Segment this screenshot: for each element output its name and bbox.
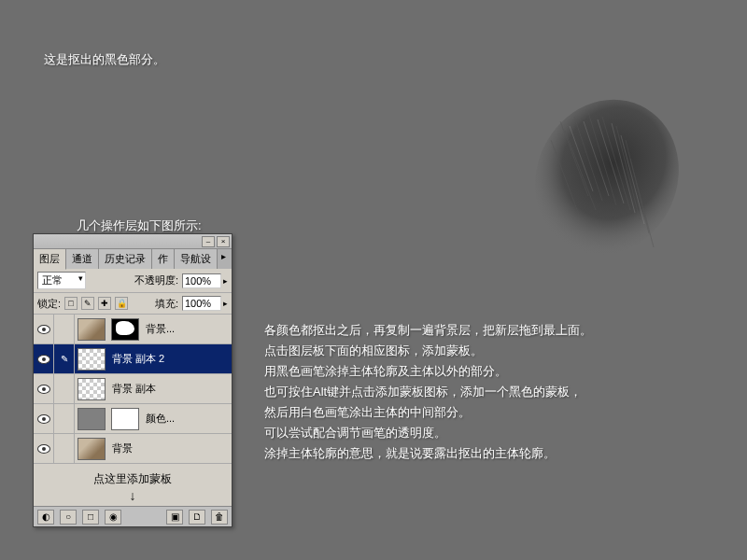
- eye-icon: [37, 385, 50, 394]
- link-col[interactable]: [54, 374, 75, 403]
- layer-row[interactable]: 背景...: [34, 315, 232, 344]
- layer-name[interactable]: 背景: [112, 441, 133, 455]
- panel-footer: ◐ ○ □ ◉ ▣ 🗋 🗑: [34, 506, 232, 526]
- close-button[interactable]: ×: [217, 236, 230, 247]
- instructions-text: 各颜色都抠出之后，再复制一遍背景层，把新层拖到最上面。 点击图层板下面的相应图标…: [264, 320, 592, 464]
- fx-button[interactable]: ◐: [37, 510, 54, 525]
- lock-transparency-icon[interactable]: □: [64, 297, 78, 310]
- visibility-toggle[interactable]: [34, 315, 54, 343]
- tab-channels[interactable]: 通道: [66, 249, 99, 269]
- layers-panel: – × 图层 通道 历史记录 作 导航设 ▸ 正常 不透明度: 100% ▸ 锁…: [33, 233, 233, 527]
- eye-icon: [37, 444, 50, 454]
- layer-name[interactable]: 颜色...: [146, 412, 175, 426]
- delete-layer-button[interactable]: 🗑: [211, 510, 228, 525]
- tab-history[interactable]: 历史记录: [99, 249, 152, 269]
- layer-set-button[interactable]: □: [82, 510, 99, 525]
- panel-label: 几个操作层如下图所示:: [77, 217, 202, 234]
- lock-all-icon[interactable]: 🔒: [115, 297, 128, 310]
- panel-titlebar[interactable]: – ×: [34, 234, 232, 249]
- opacity-arrow-icon[interactable]: ▸: [223, 276, 228, 286]
- mask-hint-text: 点这里添加蒙板: [34, 464, 232, 489]
- mask-thumbnail[interactable]: [111, 318, 139, 341]
- layers-list: 背景... ✎ 背景 副本 2 背景 副本 颜色... 背景: [34, 315, 232, 464]
- link-col[interactable]: ✎: [54, 344, 75, 373]
- opacity-input[interactable]: 100%: [182, 273, 221, 288]
- layer-row[interactable]: ✎ 背景 副本 2: [34, 344, 232, 374]
- layer-thumbnail[interactable]: [78, 378, 106, 400]
- layer-name[interactable]: 背景 副本: [112, 382, 156, 396]
- layer-row[interactable]: 背景 副本: [34, 374, 232, 404]
- layer-row[interactable]: 背景: [34, 434, 232, 464]
- new-layer-button[interactable]: 🗋: [189, 510, 205, 525]
- link-col[interactable]: [54, 434, 75, 463]
- top-description: 这是抠出的黑色部分。: [44, 51, 165, 68]
- panel-tabs: 图层 通道 历史记录 作 导航设: [34, 249, 232, 269]
- lock-label: 锁定:: [37, 297, 61, 311]
- link-col[interactable]: [54, 404, 75, 433]
- mask-thumbnail[interactable]: [111, 408, 139, 430]
- fur-brush-stroke: [523, 93, 691, 280]
- visibility-toggle[interactable]: [34, 404, 54, 433]
- folder-button[interactable]: ▣: [166, 510, 183, 525]
- eye-icon: [37, 355, 50, 364]
- link-col[interactable]: [54, 315, 75, 343]
- opacity-label: 不透明度:: [134, 273, 178, 287]
- layer-row[interactable]: 颜色...: [34, 404, 232, 434]
- blend-opacity-row: 正常 不透明度: 100% ▸: [34, 269, 232, 293]
- layer-name[interactable]: 背景 副本 2: [112, 352, 164, 366]
- tab-actions[interactable]: 作: [152, 249, 175, 269]
- blend-mode-dropdown[interactable]: 正常: [37, 272, 86, 289]
- lock-position-icon[interactable]: ✚: [98, 297, 111, 310]
- eye-icon: [37, 414, 50, 424]
- panel-menu-button[interactable]: ▸: [217, 251, 230, 264]
- visibility-toggle[interactable]: [34, 344, 54, 373]
- layer-thumbnail[interactable]: [78, 408, 106, 430]
- svg-point-0: [523, 93, 691, 279]
- layer-thumbnail[interactable]: [78, 438, 106, 460]
- add-mask-button[interactable]: ○: [60, 510, 77, 525]
- adjustment-layer-button[interactable]: ◉: [105, 510, 121, 525]
- fill-label: 填充:: [155, 297, 178, 311]
- arrow-down-icon: ↓: [34, 489, 232, 506]
- tab-layers[interactable]: 图层: [34, 249, 66, 270]
- eye-icon: [37, 325, 50, 334]
- visibility-toggle[interactable]: [34, 374, 54, 403]
- visibility-toggle[interactable]: [34, 434, 54, 463]
- tab-nav[interactable]: 导航设: [175, 249, 218, 269]
- lock-fill-row: 锁定: □ ✎ ✚ 🔒 填充: 100% ▸: [34, 293, 232, 315]
- fill-input[interactable]: 100%: [182, 296, 221, 311]
- layer-thumbnail[interactable]: [78, 348, 106, 371]
- layer-thumbnail[interactable]: [78, 318, 106, 341]
- fill-arrow-icon[interactable]: ▸: [223, 299, 228, 308]
- minimize-button[interactable]: –: [202, 236, 215, 247]
- layer-name[interactable]: 背景...: [146, 322, 175, 336]
- lock-pixels-icon[interactable]: ✎: [81, 297, 94, 310]
